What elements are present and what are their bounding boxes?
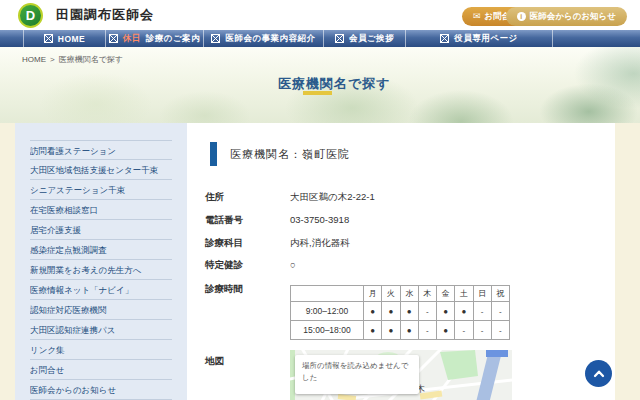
nav-item-home[interactable]: HOME xyxy=(23,30,105,47)
sidebar-item-infection-survey[interactable]: 感染症定点観測調査 xyxy=(30,240,172,260)
sidebar-item-visiting-nurse[interactable]: 訪問看護ステーション xyxy=(30,140,172,160)
time-range: 9:00–12:00 xyxy=(291,302,364,321)
day-header: 金 xyxy=(437,286,455,302)
nav-label: 診療のご案内 xyxy=(146,33,200,45)
hours-header-blank xyxy=(291,286,364,302)
sidebar-item-new-practice[interactable]: 新規開業をお考えの先生方へ xyxy=(30,260,172,280)
hours-mark: ● xyxy=(437,321,455,340)
main-nav: HOME 休日 診療のご案内 医師会の事業内容紹介 会員ご挨拶 役員専用ページ xyxy=(0,30,640,47)
hours-mark: - xyxy=(418,321,436,340)
sidebar-item-contact[interactable]: お問合せ xyxy=(30,360,172,380)
sidebar-item-dementia-path[interactable]: 大田区認知症連携パス xyxy=(30,320,172,340)
nav-label: HOME xyxy=(58,34,86,44)
main-panel: 医療機関名：嶺町医院 住所 大田区鵜の木2-22-1 電話番号 03-3750-… xyxy=(195,123,615,400)
hours-mark: - xyxy=(418,302,436,321)
hours-mark: - xyxy=(473,321,491,340)
field-value: 大田区鵜の木2-22-1 xyxy=(290,191,375,204)
hours-mark: ● xyxy=(400,321,418,340)
day-header: 水 xyxy=(400,286,418,302)
nav-item-greeting[interactable]: 会員ご挨拶 xyxy=(323,30,405,47)
nav-item-activities[interactable]: 医師会の事業内容紹介 xyxy=(203,30,323,47)
field-row-departments: 診療科目 内科,消化器科 xyxy=(205,237,605,250)
breadcrumb-separator: > xyxy=(50,55,55,64)
hours-mark: - xyxy=(455,321,473,340)
hours-mark: ● xyxy=(382,302,400,321)
field-value: 03-3750-3918 xyxy=(290,214,349,227)
field-value: ○ xyxy=(290,259,296,272)
scroll-to-top-button[interactable] xyxy=(585,360,612,387)
site-title: 田園調布医師会 xyxy=(56,0,154,30)
hours-mark: - xyxy=(491,321,509,340)
info-icon: i xyxy=(517,12,526,21)
broken-image-icon xyxy=(440,34,449,43)
site-logo[interactable]: D xyxy=(18,3,43,28)
nav-item-holiday-clinic[interactable]: 休日 診療のご案内 xyxy=(105,30,203,47)
hero-banner: HOME>医療機関名で探す 医療機関名で探す xyxy=(0,47,640,123)
field-row-address: 住所 大田区鵜の木2-22-1 xyxy=(205,191,605,204)
field-label: 地図 xyxy=(205,355,290,368)
map-error-text: 場所の情報を読み込めませんでした xyxy=(302,361,408,382)
broken-image-icon xyxy=(109,34,118,43)
hours-row-morning: 9:00–12:00 ● ● ● - ● ● - - xyxy=(291,302,510,321)
breadcrumb-current: 医療機関名で探す xyxy=(59,55,123,64)
nav-item-members-page[interactable]: 役員専用ページ xyxy=(405,30,553,47)
mail-icon: ✉ xyxy=(473,12,481,21)
map-error-popup: 場所の情報を読み込めませんでした xyxy=(295,355,419,394)
hours-mark: ● xyxy=(400,302,418,321)
time-range: 15:00–18:00 xyxy=(291,321,364,340)
broken-image-icon xyxy=(211,34,220,43)
field-row-phone: 電話番号 03-3750-3918 xyxy=(205,214,605,227)
chevron-up-icon xyxy=(591,366,607,382)
hours-mark: - xyxy=(491,302,509,321)
nav-label: 会員ご挨拶 xyxy=(349,33,394,45)
field-label: 診療科目 xyxy=(205,237,290,250)
news-button-label: 医師会からのお知らせ xyxy=(530,11,616,23)
breadcrumb: HOME>医療機関名で探す xyxy=(22,54,123,65)
page-title: 医療機関名で探す xyxy=(278,75,391,93)
day-header: 祝 xyxy=(491,286,509,302)
hours-mark: - xyxy=(473,302,491,321)
title-accent-bar xyxy=(210,142,217,166)
sidebar-item-links[interactable]: リンク集 xyxy=(30,340,172,360)
page: D 田園調布医師会 ✉ お問合せ i 医師会からのお知らせ HOME 休日 診療… xyxy=(0,0,640,400)
title-underline xyxy=(303,91,332,95)
sidebar-item-senior-station[interactable]: シニアステーション千束 xyxy=(30,180,172,200)
sidebar-item-news[interactable]: 医師会からのお知らせ xyxy=(30,380,172,400)
content-area: 訪問看護ステーション 大田区地域包括支援センター千束 シニアステーション千束 在… xyxy=(15,123,615,400)
clinic-name-heading: 医療機関名：嶺町医院 xyxy=(230,147,350,162)
nav-spacer xyxy=(0,30,23,47)
sidebar-item-home-nursing[interactable]: 居宅介護支援 xyxy=(30,220,172,240)
field-label: 特定健診 xyxy=(205,259,290,272)
hours-mark: ● xyxy=(364,302,382,321)
field-label: 電話番号 xyxy=(205,214,290,227)
site-header: D 田園調布医師会 ✉ お問合せ i 医師会からのお知らせ xyxy=(0,0,640,30)
day-header: 木 xyxy=(418,286,436,302)
hours-mark: ● xyxy=(455,302,473,321)
clinic-title-block: 医療機関名：嶺町医院 xyxy=(210,142,350,166)
hours-mark: ● xyxy=(364,321,382,340)
office-hours-table: 月 火 水 木 金 土 日 祝 9:00–12:00 ● ● ● - ● ● xyxy=(290,285,510,340)
day-header: 日 xyxy=(473,286,491,302)
day-header: 火 xyxy=(382,286,400,302)
nav-label: 医師会の事業内容紹介 xyxy=(225,33,315,45)
news-button[interactable]: i 医師会からのお知らせ xyxy=(506,7,627,26)
field-label: 診療時間 xyxy=(205,283,290,296)
sidebar: 訪問看護ステーション 大田区地域包括支援センター千束 シニアステーション千束 在… xyxy=(15,123,187,400)
map-widget[interactable]: 木 場所の情報を読み込めませんでした xyxy=(290,350,512,400)
sidebar-item-dementia-clinics[interactable]: 認知症対応医療機関 xyxy=(30,300,172,320)
nav-label-emphasis: 休日 xyxy=(123,33,141,45)
day-header: 月 xyxy=(364,286,382,302)
hours-row-afternoon: 15:00–18:00 ● ● ● - ● - - - xyxy=(291,321,510,340)
breadcrumb-home-link[interactable]: HOME xyxy=(22,55,46,64)
hours-mark: ● xyxy=(382,321,400,340)
hours-header-row: 月 火 水 木 金 土 日 祝 xyxy=(291,286,510,302)
sidebar-item-home-care-desk[interactable]: 在宅医療相談窓口 xyxy=(30,200,172,220)
broken-image-icon xyxy=(335,34,344,43)
field-value: 内科,消化器科 xyxy=(290,237,350,250)
sidebar-item-support-center[interactable]: 大田区地域包括支援センター千束 xyxy=(30,160,172,180)
sidebar-item-medical-net[interactable]: 医療情報ネット「ナビイ」 xyxy=(30,280,172,300)
field-label: 住所 xyxy=(205,191,290,204)
hours-mark: ● xyxy=(437,302,455,321)
nav-label: 役員専用ページ xyxy=(454,33,517,45)
day-header: 土 xyxy=(455,286,473,302)
